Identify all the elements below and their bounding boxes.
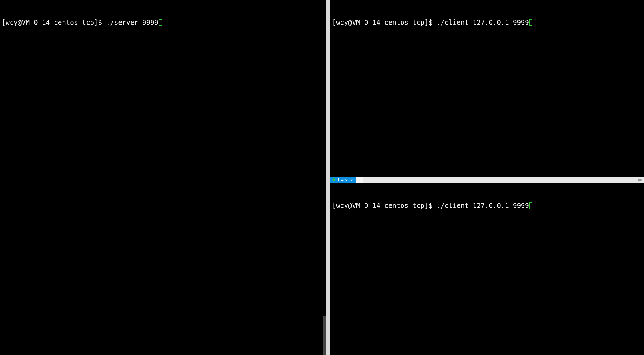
tab-bar-fill: [363, 177, 636, 183]
right-top-terminal[interactable]: [wcy@VM-0-14-centos tcp]$ ./client 127.0…: [330, 0, 644, 177]
tab-title: wcy: [341, 178, 347, 182]
scrollbar-thumb[interactable]: [323, 316, 326, 355]
left-terminal-column: [wcy@VM-0-14-centos tcp]$ ./server 9999: [0, 0, 326, 355]
shell-prompt: [wcy@VM-0-14-centos tcp]$: [332, 19, 437, 26]
tab-label: 1 wcy: [337, 178, 347, 182]
cursor-icon: [159, 19, 162, 26]
shell-prompt: [wcy@VM-0-14-centos tcp]$: [2, 19, 106, 26]
chevron-right-icon[interactable]: ▶: [640, 178, 643, 182]
terminal-line: [wcy@VM-0-14-centos tcp]$ ./client 127.0…: [332, 18, 642, 27]
terminal-line: [wcy@VM-0-14-centos tcp]$ ./server 9999: [2, 18, 325, 27]
tab-active[interactable]: 1 wcy ×: [330, 177, 356, 183]
plus-icon: +: [358, 177, 361, 182]
shell-command: ./client 127.0.0.1 9999: [437, 19, 529, 26]
terminal-line: [wcy@VM-0-14-centos tcp]$ ./client 127.0…: [332, 202, 642, 210]
tab-index: 1: [337, 178, 340, 182]
vertical-splitter[interactable]: [326, 0, 330, 355]
new-tab-button[interactable]: +: [356, 177, 363, 183]
shell-command: ./server 9999: [106, 19, 158, 26]
shell-prompt: [wcy@VM-0-14-centos tcp]$: [332, 202, 437, 210]
scrollbar-track: [323, 0, 326, 355]
workspace: [wcy@VM-0-14-centos tcp]$ ./server 9999 …: [0, 0, 644, 355]
cursor-icon: [529, 19, 532, 26]
right-bottom-terminal-wrapper: 1 wcy × + ◀ ▶ [wcy@VM-0-14-centos tcp]$ …: [330, 177, 644, 355]
right-top-terminal-wrapper: [wcy@VM-0-14-centos tcp]$ ./client 127.0…: [330, 0, 644, 177]
cursor-icon: [529, 202, 532, 209]
left-terminal[interactable]: [wcy@VM-0-14-centos tcp]$ ./server 9999: [0, 0, 326, 355]
right-terminal-column: [wcy@VM-0-14-centos tcp]$ ./client 127.0…: [330, 0, 644, 355]
right-bottom-terminal[interactable]: [wcy@VM-0-14-centos tcp]$ ./client 127.0…: [330, 183, 644, 355]
tab-bar: 1 wcy × + ◀ ▶: [330, 177, 644, 183]
chevron-left-icon[interactable]: ◀: [637, 178, 640, 182]
shell-command: ./client 127.0.0.1 9999: [437, 202, 529, 210]
tab-scroll-arrows: ◀ ▶: [636, 177, 644, 183]
close-icon[interactable]: ×: [351, 178, 354, 182]
status-dot-icon: [333, 178, 335, 181]
